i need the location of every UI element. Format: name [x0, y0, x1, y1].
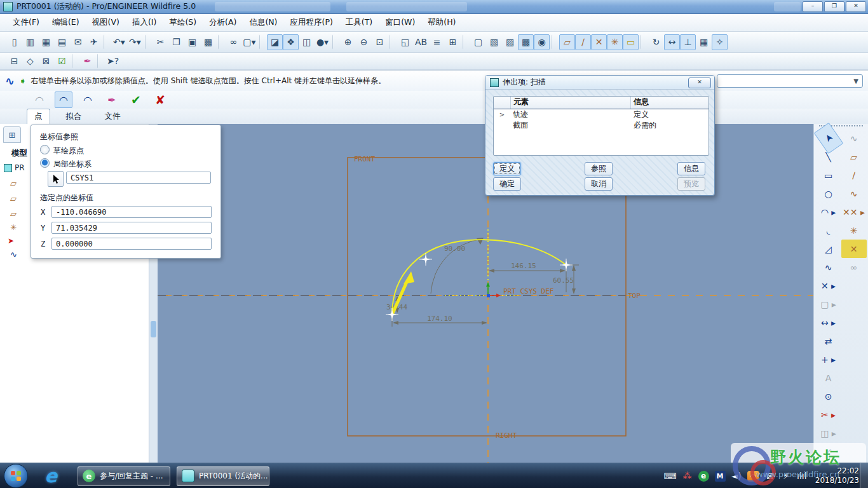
diag-open-ends-button[interactable]: ◇: [22, 53, 38, 69]
annotation-display-toggle[interactable]: ▭: [623, 34, 639, 50]
cancel-button[interactable]: 取消: [585, 177, 613, 191]
point-display-toggle[interactable]: ✕: [591, 34, 607, 50]
vertex-display-toggle[interactable]: ✧: [712, 34, 728, 50]
hidden-line-button[interactable]: ▧: [486, 34, 502, 50]
spin-center-button[interactable]: ◉: [534, 34, 550, 50]
constraint-tool[interactable]: + ▸: [816, 350, 841, 369]
csys-name-input[interactable]: CSYS1: [66, 172, 211, 184]
save-button[interactable]: ▦: [38, 34, 54, 50]
open-file-button[interactable]: ▥: [22, 34, 38, 50]
show-desktop-button[interactable]: [860, 463, 868, 488]
layers-button[interactable]: ≡: [429, 34, 445, 50]
info-button[interactable]: 信息: [677, 162, 705, 175]
centerline-tool[interactable]: ∕: [841, 166, 867, 184]
ok-button[interactable]: 确定: [493, 177, 521, 191]
curve-display-toggle[interactable]: ◠: [55, 92, 72, 108]
menu-info[interactable]: 信息(N): [243, 15, 283, 30]
chamfer-tool[interactable]: ◿: [816, 240, 841, 258]
control-polygon-toggle[interactable]: ◠: [31, 92, 48, 108]
tree-insert-marker[interactable]: ➤: [8, 236, 14, 245]
grid-display-toggle[interactable]: ▦: [696, 34, 712, 50]
arc-tool[interactable]: ◠ ▸: [816, 203, 841, 221]
axis-display-toggle[interactable]: ∕: [575, 34, 591, 50]
cancel-button[interactable]: ✘: [151, 92, 169, 108]
orient-sketch-button[interactable]: ↻: [648, 34, 664, 50]
no-hidden-button[interactable]: ▨: [502, 34, 518, 50]
datum-curve-tool[interactable]: ∿: [841, 184, 867, 203]
diag-overlap-button[interactable]: ⊠: [38, 53, 54, 69]
datum-plane-tool[interactable]: ▱: [841, 147, 867, 166]
context-help-button[interactable]: ➤?: [105, 53, 121, 69]
x-coordinate-input[interactable]: -110.046690: [51, 206, 212, 218]
select-box-button[interactable]: ▢▾: [241, 34, 257, 50]
power-plug-icon[interactable]: ⚡: [781, 470, 791, 482]
feature-requirements-button[interactable]: ☑: [54, 53, 70, 69]
taskbar-prt0001-window[interactable]: PRT0001 (活动的...: [177, 466, 269, 486]
point-tool[interactable]: ✕ ▸: [816, 276, 841, 295]
cut-button[interactable]: ✂: [153, 34, 168, 50]
taskbar-clock[interactable]: 22:02 2018/10/23: [815, 466, 859, 485]
spline-point-selected[interactable]: [419, 253, 432, 266]
menu-sketch[interactable]: 草绘(S): [163, 15, 203, 30]
spline-ghost-tool[interactable]: ∿: [841, 129, 867, 147]
menu-analysis[interactable]: 分析(A): [203, 15, 243, 30]
shaded-button[interactable]: ▩: [518, 34, 534, 50]
dialog-close-button[interactable]: ✕: [688, 78, 711, 88]
tree-sweep-node[interactable]: ∿: [10, 250, 17, 259]
z-coordinate-input[interactable]: 0.000000: [51, 238, 212, 250]
references-button[interactable]: 参照: [585, 162, 613, 175]
signal-icon[interactable]: ılıl: [797, 470, 807, 482]
sash-thumb[interactable]: [151, 321, 156, 337]
define-button[interactable]: 定义: [493, 162, 521, 175]
zoom-window-button[interactable]: ⊡: [372, 34, 388, 50]
style-spline-button[interactable]: ✒: [103, 92, 121, 108]
close-button[interactable]: ✕: [846, 1, 866, 12]
start-button[interactable]: [4, 464, 28, 488]
zoom-in-button[interactable]: ⊕: [340, 34, 356, 50]
h-bottom-dim-value[interactable]: 174.10: [427, 315, 452, 323]
text-tool[interactable]: A: [816, 369, 841, 387]
accept-button[interactable]: ✔: [127, 92, 145, 108]
highlight-refs-button[interactable]: ❖: [283, 34, 299, 50]
undo-button[interactable]: ↶▾: [111, 34, 127, 50]
restore-button[interactable]: ❐: [824, 1, 844, 12]
find-button[interactable]: ∞: [226, 34, 241, 50]
style-tool-button[interactable]: ✒: [79, 53, 95, 69]
csys-origin[interactable]: [487, 294, 490, 297]
tab-file[interactable]: 文件: [98, 109, 128, 124]
menu-file[interactable]: 文件(F): [6, 15, 46, 30]
csys-label[interactable]: PRT_CSYS_DEF: [503, 287, 553, 295]
chain-tool[interactable]: ∞: [841, 258, 867, 276]
sketch-view-button[interactable]: ◪: [267, 34, 283, 50]
mirror-tool[interactable]: ◫ ▸: [816, 424, 841, 442]
send-link-button[interactable]: ✈: [86, 34, 102, 50]
volume-icon[interactable]: ◄): [731, 470, 742, 482]
refit-button[interactable]: ◱: [397, 34, 413, 50]
message-log-dropdown[interactable]: ▼: [717, 74, 863, 88]
ime-keyboard-icon[interactable]: ⌨: [663, 470, 676, 482]
driver-tool-icon[interactable]: ◠: [747, 471, 759, 482]
minimize-button[interactable]: –: [803, 1, 823, 12]
palette-tool[interactable]: ⊙: [816, 387, 841, 405]
curve-points-toggle[interactable]: ◠: [79, 92, 97, 108]
spline-curve[interactable]: [392, 240, 566, 315]
paste-special-button[interactable]: ▩: [200, 34, 216, 50]
menu-view[interactable]: 视图(V): [86, 15, 126, 30]
tree-datum-plane-node[interactable]: ▱: [10, 179, 17, 188]
trim-tool[interactable]: ✂ ▸: [816, 405, 841, 424]
tree-datum-plane-node[interactable]: ▱: [10, 194, 17, 203]
dim-display-toggle[interactable]: ↔: [664, 34, 680, 50]
v-right-dim-value[interactable]: 60.55: [553, 276, 574, 285]
fillet-tool[interactable]: ◟: [816, 221, 841, 240]
h-right-dim-value[interactable]: 146.15: [511, 262, 536, 270]
datum-point-tool[interactable]: ✕✕ ▸: [841, 203, 867, 221]
menu-applications[interactable]: 应用程序(P): [284, 15, 339, 30]
modify-dimension-tool[interactable]: ⇄: [816, 332, 841, 350]
print-button[interactable]: ▤: [54, 34, 70, 50]
rectangle-tool[interactable]: ▭: [816, 166, 841, 184]
named-views-button[interactable]: AB: [413, 34, 429, 50]
tab-fit[interactable]: 拟合: [59, 109, 89, 124]
constraint-display-toggle[interactable]: ⊥: [680, 34, 696, 50]
measure-tool[interactable]: ✕: [841, 240, 867, 258]
use-edge-tool[interactable]: ▢ ▸: [816, 295, 841, 313]
